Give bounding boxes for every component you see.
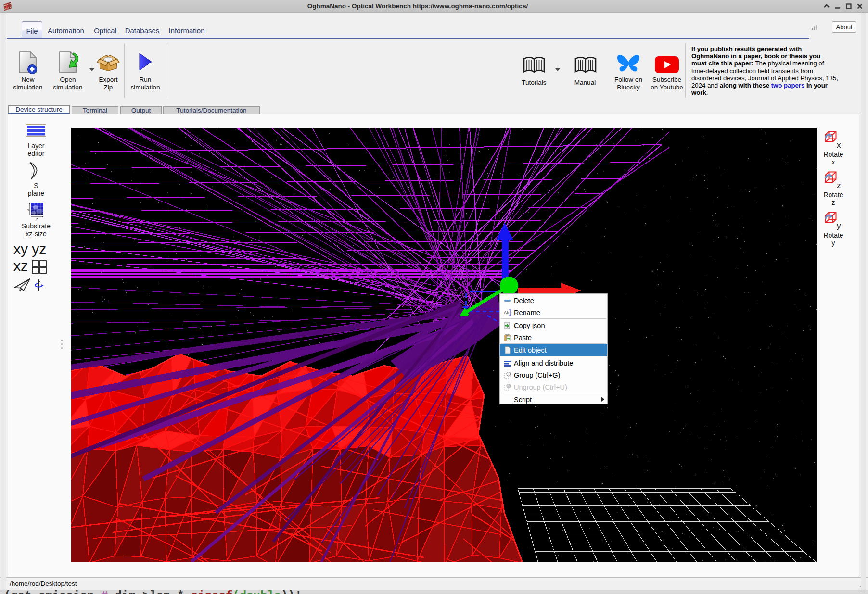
- svg-text:x: x: [27, 208, 29, 212]
- svg-text:Ab: Ab: [504, 310, 509, 315]
- svg-text:z: z: [36, 217, 38, 221]
